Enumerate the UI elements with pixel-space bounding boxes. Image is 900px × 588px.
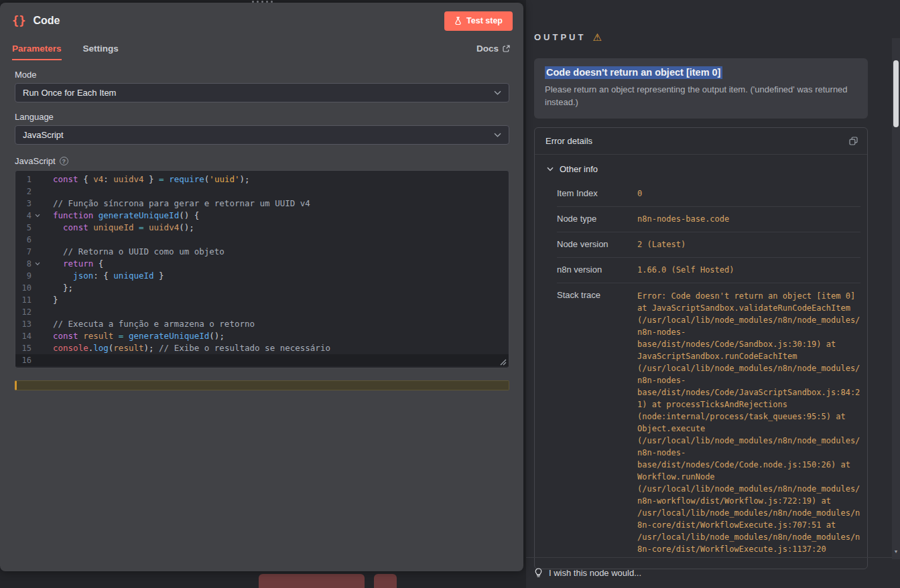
tab-bar: Parameters Settings Docs (0, 39, 523, 60)
fold-spacer (31, 318, 44, 330)
detail-key: Item Index (557, 188, 637, 200)
fold-spacer (31, 306, 44, 318)
mode-select[interactable]: Run Once for Each Item (15, 83, 509, 102)
output-panel: OUTPUT ⚠ Code doesn't return an object [… (526, 0, 900, 588)
node-title[interactable]: Code (33, 15, 60, 27)
detail-row: n8n version1.66.0 (Self Hosted) (557, 258, 860, 283)
background-action-button-wide[interactable] (259, 574, 365, 588)
line-number: 16 (15, 354, 31, 366)
code-line[interactable]: 8 return { (15, 258, 509, 270)
fold-spacer (31, 222, 44, 234)
code-text: // Retorna o UUID como um objeto (44, 246, 509, 258)
line-number: 4 (15, 210, 31, 222)
detail-value: 2 (Latest) (637, 239, 860, 250)
line-number: 5 (15, 222, 31, 234)
copy-icon[interactable] (849, 137, 858, 145)
fold-spacer (31, 173, 44, 186)
error-description: Please return an object representing the… (545, 83, 854, 108)
detail-rows: Item Index0Node typen8n-nodes-base.codeN… (557, 181, 860, 569)
error-title-text: Code doesn't return an object [item 0] (545, 66, 722, 79)
output-scrollbar[interactable]: ▼ (892, 38, 900, 559)
chevron-down-icon (494, 133, 501, 137)
detail-key: n8n version (557, 265, 637, 276)
code-line[interactable]: 10 }; (15, 282, 509, 294)
fold-spacer (31, 294, 44, 306)
scrollbar-down-arrow[interactable]: ▼ (892, 549, 900, 554)
detail-value: n8n-nodes-base.code (637, 214, 860, 225)
node-settings-panel: {} Code Test step Parameters Settings Do… (0, 3, 523, 571)
code-line[interactable]: 14const result = generateUniqueId(); (15, 330, 509, 342)
code-line[interactable]: 16 (15, 354, 509, 366)
other-info-toggle[interactable]: Other info (535, 155, 867, 180)
code-line[interactable]: 12 (15, 306, 509, 318)
feedback-label: I wish this node would... (549, 568, 641, 578)
line-number: 11 (15, 294, 31, 306)
fold-spacer (31, 234, 44, 246)
background-action-button-small[interactable] (374, 574, 397, 588)
code-node-icon: {} (12, 14, 25, 27)
tab-parameters[interactable]: Parameters (12, 44, 62, 60)
detail-value: 0 (637, 188, 860, 200)
code-line[interactable]: 7 // Retorna o UUID como um objeto (15, 246, 509, 258)
feedback-footer[interactable]: I wish this node would... (526, 557, 900, 588)
code-line[interactable]: 3// Função síncrona para gerar e retorna… (15, 198, 509, 210)
code-line[interactable]: 1const { v4: uuidv4 } = require('uuid'); (15, 173, 509, 186)
error-message-box: Code doesn't return an object [item 0] P… (534, 58, 868, 119)
code-editor[interactable]: 1const { v4: uuidv4 } = require('uuid');… (15, 170, 509, 368)
language-select[interactable]: JavaScript (15, 125, 509, 145)
mode-value: Run Once for Each Item (23, 88, 116, 98)
external-link-icon (503, 45, 510, 52)
tab-settings[interactable]: Settings (83, 44, 119, 60)
detail-row: Item Index0 (557, 181, 860, 207)
editor-label: JavaScript (15, 156, 56, 166)
help-icon[interactable]: ? (60, 157, 68, 165)
code-text: const result = generateUniqueId(); (44, 330, 509, 342)
resize-grip-icon[interactable] (500, 359, 507, 366)
detail-key: Node type (557, 214, 637, 225)
fold-spacer (31, 342, 44, 354)
line-number: 8 (15, 258, 31, 270)
detail-row: Node version2 (Latest) (557, 232, 860, 258)
flask-icon (454, 17, 462, 25)
line-number: 9 (15, 270, 31, 282)
error-details-card: Error details Other info Item Index0Node… (534, 127, 868, 569)
line-number: 6 (15, 234, 31, 246)
line-number: 14 (15, 330, 31, 342)
error-details-header: Error details (535, 128, 867, 155)
fold-spacer (31, 354, 44, 366)
code-line[interactable]: 2 (15, 186, 509, 198)
line-number: 13 (15, 318, 31, 330)
code-line[interactable]: 6 (15, 234, 509, 246)
panel-drag-handle[interactable] (252, 1, 273, 3)
error-title: Code doesn't return an object [item 0] (545, 67, 857, 78)
fold-spacer (31, 330, 44, 342)
fold-chevron-icon[interactable] (31, 258, 44, 270)
code-lines: 1const { v4: uuidv4 } = require('uuid');… (15, 173, 509, 366)
detail-value: Error: Code doesn't return an object [it… (637, 290, 860, 555)
code-line[interactable]: 4function generateUniqueId() { (15, 210, 509, 222)
code-line[interactable]: 5 const uniqueId = uuidv4(); (15, 222, 509, 234)
error-details-title: Error details (545, 136, 592, 146)
code-line[interactable]: 9 json: { uniqueId } (15, 270, 509, 282)
node-header: {} Code Test step (0, 3, 523, 39)
test-step-button[interactable]: Test step (444, 11, 513, 31)
code-line[interactable]: 11} (15, 294, 509, 306)
line-number: 1 (15, 173, 31, 186)
code-text: const uniqueId = uuidv4(); (44, 222, 509, 234)
line-number: 12 (15, 306, 31, 318)
code-line[interactable]: 15console.log(result); // Exibe o result… (15, 342, 509, 354)
code-text: console.log(result); // Exibe o resultad… (44, 342, 509, 354)
code-line[interactable]: 13// Executa a função e armazena o retor… (15, 318, 509, 330)
test-step-label: Test step (466, 16, 503, 25)
docs-link[interactable]: Docs (476, 44, 510, 60)
code-text: return { (44, 258, 509, 270)
code-text (44, 234, 509, 246)
line-number: 15 (15, 342, 31, 354)
editor-hint (15, 380, 509, 390)
detail-row: Stack traceError: Code doesn't return an… (557, 283, 860, 562)
fold-spacer (31, 198, 44, 210)
scrollbar-thumb[interactable] (893, 60, 899, 127)
fold-chevron-icon[interactable] (31, 210, 44, 222)
line-number: 10 (15, 282, 31, 294)
output-title: OUTPUT (534, 32, 586, 42)
